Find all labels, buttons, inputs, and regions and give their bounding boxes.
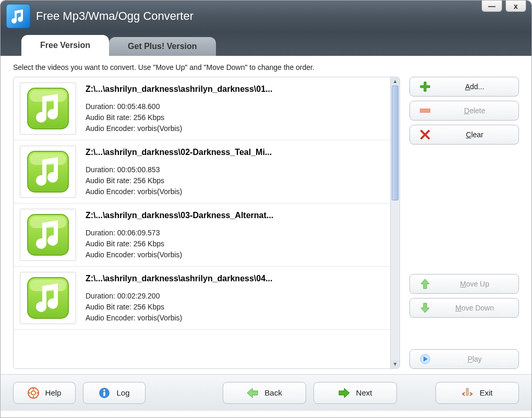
list-scrollbar[interactable]: ▲ ▼: [390, 77, 400, 368]
item-bitrate: Audio Bit rate: 256 Kbps: [86, 112, 384, 123]
side-buttons: Add... Delete Clear: [409, 77, 519, 369]
item-path: Z:\...\ashrilyn_darkness\03-Darkness_Alt…: [86, 211, 384, 220]
item-bitrate: Audio Bit rate: 256 Kbps: [86, 175, 384, 186]
scroll-up-arrow[interactable]: ▲: [391, 77, 400, 86]
move-down-button[interactable]: Move Down: [409, 298, 519, 318]
scroll-thumb[interactable]: [392, 86, 398, 200]
arrow-down-icon: [419, 302, 431, 314]
exit-button[interactable]: Exit: [436, 382, 519, 404]
help-button[interactable]: Help: [13, 382, 76, 404]
play-button[interactable]: Play: [409, 349, 519, 369]
footer: Help Log Back Next Exit: [1, 374, 531, 411]
music-thumbnail-icon: [20, 272, 76, 324]
music-thumbnail-icon: [20, 209, 76, 261]
item-path: Z:\...\ashrilyn_darkness\ashrilyn_darkne…: [86, 85, 384, 94]
minimize-button[interactable]: —: [481, 1, 502, 12]
move-up-button[interactable]: Move Up: [409, 274, 519, 294]
next-button[interactable]: Next: [313, 382, 397, 404]
music-thumbnail-icon: [20, 146, 76, 198]
item-duration: Duration: 00:02:29.200: [86, 291, 384, 302]
list-item[interactable]: Z:\...\ashrilyn_darkness\03-Darkness_Alt…: [14, 204, 390, 267]
list-item[interactable]: Z:\...\ashrilyn_darkness\02-Darkness_Tea…: [14, 140, 390, 204]
play-icon: [419, 353, 431, 365]
item-duration: Duration: 00:06:09.573: [86, 228, 384, 238]
item-encoder: Audio Encoder: vorbis(Vorbis): [86, 123, 384, 134]
svg-rect-0: [6, 4, 30, 28]
item-path: Z:\...\ashrilyn_darkness\ashrilyn_darkne…: [86, 274, 384, 283]
exit-label: Exit: [479, 388, 492, 397]
log-button[interactable]: Log: [83, 382, 146, 404]
help-label: Help: [45, 388, 62, 397]
file-list: Z:\...\ashrilyn_darkness\ashrilyn_darkne…: [13, 77, 400, 369]
item-encoder: Audio Encoder: vorbis(Vorbis): [86, 186, 384, 197]
music-thumbnail-icon: [20, 82, 76, 135]
item-duration: Duration: 00:05:00.853: [86, 164, 384, 175]
arrow-right-icon: [338, 388, 350, 398]
plus-icon: [419, 81, 431, 92]
info-icon: [99, 387, 110, 399]
window-title: Free Mp3/Wma/Ogg Converter: [36, 9, 194, 23]
add-label: Add...: [440, 82, 509, 91]
content-area: Select the videos you want to convert. U…: [1, 56, 531, 374]
svg-point-12: [31, 391, 35, 395]
back-label: Back: [264, 388, 282, 397]
close-button[interactable]: x: [505, 1, 526, 12]
x-icon: [419, 129, 431, 140]
tab-row: Free Version Get Plus! Version: [1, 32, 531, 56]
delete-label: Delete: [440, 106, 509, 115]
add-button[interactable]: Add...: [409, 77, 519, 97]
minus-icon: [419, 105, 431, 116]
item-encoder: Audio Encoder: vorbis(Vorbis): [86, 249, 384, 260]
svg-rect-15: [104, 392, 106, 396]
titlebar: Free Mp3/Wma/Ogg Converter — x: [1, 1, 531, 32]
arrow-left-icon: [247, 388, 258, 398]
help-icon: [28, 387, 39, 399]
log-label: Log: [116, 388, 129, 397]
item-bitrate: Audio Bit rate: 256 Kbps: [86, 302, 384, 313]
scroll-down-arrow[interactable]: ▼: [391, 360, 400, 368]
app-window: Free Mp3/Wma/Ogg Converter — x Free Vers…: [0, 0, 532, 418]
app-icon: [6, 4, 31, 29]
exit-icon: [462, 387, 473, 399]
item-duration: Duration: 00:05:48.600: [86, 101, 384, 112]
tab-free-version[interactable]: Free Version: [21, 35, 109, 56]
svg-rect-16: [466, 388, 468, 396]
next-label: Next: [356, 388, 372, 397]
delete-button[interactable]: Delete: [409, 101, 519, 121]
svg-point-14: [104, 389, 106, 391]
tab-plus-version[interactable]: Get Plus! Version: [109, 37, 215, 56]
back-button[interactable]: Back: [223, 382, 306, 404]
clear-button[interactable]: Clear: [409, 125, 519, 145]
arrow-up-icon: [419, 278, 431, 290]
instruction-text: Select the videos you want to convert. U…: [13, 63, 519, 71]
item-path: Z:\...\ashrilyn_darkness\02-Darkness_Tea…: [86, 148, 384, 157]
clear-label: Clear: [440, 130, 509, 139]
list-item[interactable]: Z:\...\ashrilyn_darkness\ashrilyn_darkne…: [14, 77, 390, 140]
play-label: Play: [440, 355, 509, 363]
move-down-label: Move Down: [440, 304, 509, 312]
move-up-label: Move Up: [440, 280, 509, 288]
list-item[interactable]: Z:\...\ashrilyn_darkness\ashrilyn_darkne…: [14, 267, 390, 330]
item-encoder: Audio Encoder: vorbis(Vorbis): [86, 313, 384, 324]
svg-rect-9: [420, 109, 430, 113]
item-bitrate: Audio Bit rate: 256 Kbps: [86, 238, 384, 249]
